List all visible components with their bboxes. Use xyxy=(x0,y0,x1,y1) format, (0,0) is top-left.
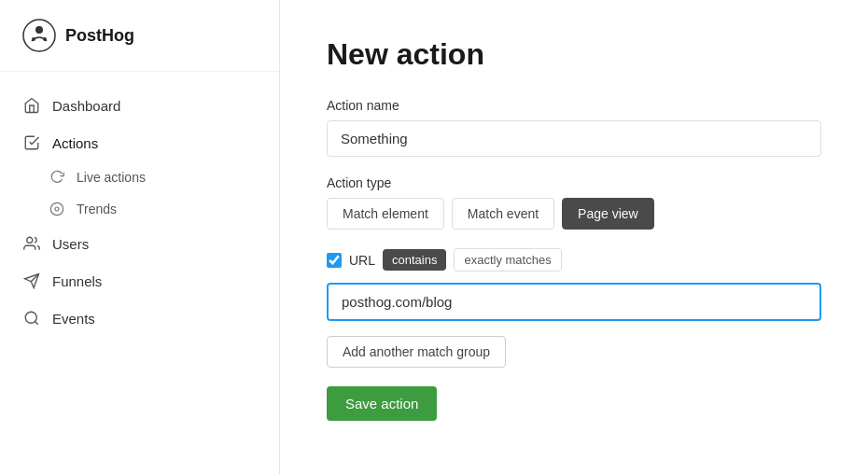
sidebar-item-actions-label: Actions xyxy=(52,135,98,151)
logo-text: PostHog xyxy=(65,26,134,46)
home-icon xyxy=(22,96,41,115)
sidebar-item-users-label: Users xyxy=(52,236,89,252)
sidebar-item-live-actions[interactable]: Live actions xyxy=(0,161,279,193)
svg-point-9 xyxy=(25,312,36,323)
svg-point-1 xyxy=(35,26,43,34)
svg-point-4 xyxy=(50,202,63,215)
sidebar: PostHog Dashboard Actions xyxy=(0,0,280,474)
action-name-section: Action name xyxy=(327,98,821,157)
sidebar-item-events-label: Events xyxy=(52,311,95,327)
sidebar-item-trends[interactable]: Trends xyxy=(0,193,279,225)
sidebar-item-dashboard-label: Dashboard xyxy=(52,98,120,114)
svg-point-2 xyxy=(32,37,35,41)
page-title: New action xyxy=(327,37,821,72)
url-row: URL contains exactly matches xyxy=(327,248,821,272)
action-name-input[interactable] xyxy=(327,120,821,157)
match-event-button[interactable]: Match event xyxy=(452,198,554,230)
url-checkbox[interactable] xyxy=(327,253,342,268)
url-input[interactable] xyxy=(327,283,821,321)
sidebar-item-actions[interactable]: Actions xyxy=(0,124,279,161)
action-name-label: Action name xyxy=(327,98,821,113)
main-content: New action Action name Action type Match… xyxy=(280,0,868,474)
sidebar-item-dashboard[interactable]: Dashboard xyxy=(0,87,279,124)
svg-point-3 xyxy=(43,37,47,41)
svg-line-10 xyxy=(35,321,37,324)
svg-point-5 xyxy=(55,207,59,211)
sidebar-nav: Dashboard Actions Live actions xyxy=(0,72,279,352)
trends-icon xyxy=(49,201,65,217)
action-type-label: Action type xyxy=(327,175,821,190)
sidebar-item-trends-label: Trends xyxy=(77,202,117,216)
svg-point-0 xyxy=(23,20,55,51)
url-label: URL xyxy=(349,253,375,268)
sidebar-item-live-actions-label: Live actions xyxy=(77,170,146,185)
sidebar-item-users[interactable]: Users xyxy=(0,225,279,262)
live-icon xyxy=(49,169,65,186)
sidebar-item-events[interactable]: Events xyxy=(0,300,279,337)
page-view-button[interactable]: Page view xyxy=(562,198,654,230)
posthog-logo-icon xyxy=(22,19,56,52)
save-action-button[interactable]: Save action xyxy=(327,386,437,421)
url-contains-button[interactable]: contains xyxy=(383,249,446,271)
actions-icon xyxy=(22,133,41,152)
logo: PostHog xyxy=(0,0,279,72)
url-checkbox-wrapper xyxy=(327,253,342,268)
action-type-section: Action type Match element Match event Pa… xyxy=(327,175,821,230)
users-icon xyxy=(22,234,41,253)
action-type-buttons: Match element Match event Page view xyxy=(327,198,821,230)
add-match-group-button[interactable]: Add another match group xyxy=(327,336,506,368)
funnels-icon xyxy=(22,272,41,290)
sidebar-item-funnels[interactable]: Funnels xyxy=(0,262,279,300)
url-exactly-button[interactable]: exactly matches xyxy=(454,248,561,272)
sidebar-item-funnels-label: Funnels xyxy=(52,273,102,289)
events-icon xyxy=(22,309,41,328)
match-element-button[interactable]: Match element xyxy=(327,198,444,230)
svg-point-6 xyxy=(27,237,33,243)
